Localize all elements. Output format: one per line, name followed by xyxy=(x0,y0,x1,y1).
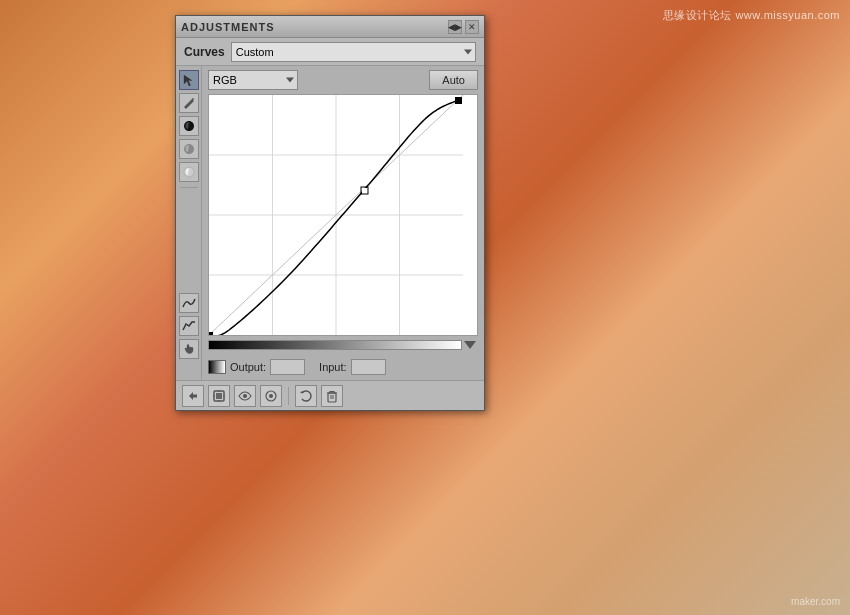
eyedropper-white[interactable] xyxy=(179,162,199,182)
gradient-triangle[interactable] xyxy=(464,341,476,349)
eye-button[interactable] xyxy=(234,385,256,407)
visibility-button[interactable] xyxy=(260,385,282,407)
svg-rect-0 xyxy=(209,361,225,373)
curves-header: Curves Custom Default Strong Contrast Li… xyxy=(176,38,484,66)
eyedropper-black[interactable] xyxy=(179,116,199,136)
output-input-row: Output: Input: xyxy=(202,354,484,380)
preset-select[interactable]: Custom Default Strong Contrast Linear Co… xyxy=(231,42,476,62)
back-button[interactable] xyxy=(182,385,204,407)
input-value-input[interactable] xyxy=(351,359,386,375)
curves-canvas-container[interactable] xyxy=(208,94,478,336)
channel-select-wrapper: RGB Red Green Blue xyxy=(208,70,298,90)
bottom-toolbar xyxy=(176,380,484,410)
watermark-bottom: maker.com xyxy=(791,596,840,607)
hand-drag-tool[interactable] xyxy=(179,339,199,359)
svg-rect-2 xyxy=(216,393,222,399)
preview-icon[interactable] xyxy=(208,360,226,374)
curve-mode-pencil[interactable] xyxy=(179,316,199,336)
panel-collapse-btn[interactable]: ◀▶ xyxy=(448,20,462,34)
panel-content: RGB Red Green Blue Auto xyxy=(176,66,484,380)
reset-button[interactable] xyxy=(295,385,317,407)
gradient-bar-input xyxy=(208,340,462,350)
auto-button[interactable]: Auto xyxy=(429,70,478,90)
svg-point-3 xyxy=(243,394,247,398)
toolbar-separator xyxy=(180,187,198,188)
panel-close-btn[interactable]: ✕ xyxy=(465,20,479,34)
curves-canvas[interactable] xyxy=(209,95,463,335)
adjustments-panel: ADJUSTMENTS ◀▶ ✕ Curves Custom Default S… xyxy=(175,15,485,411)
input-label: Input: xyxy=(319,361,347,373)
left-toolbar xyxy=(176,66,202,380)
output-label: Output: xyxy=(230,361,266,373)
svg-rect-6 xyxy=(328,393,336,402)
curves-area: RGB Red Green Blue Auto xyxy=(202,66,484,380)
gradient-bar-row xyxy=(208,338,478,352)
eyedropper-gray[interactable] xyxy=(179,139,199,159)
channel-select[interactable]: RGB Red Green Blue xyxy=(208,70,298,90)
toolbar-separator-1 xyxy=(288,387,289,405)
new-adjustment-button[interactable] xyxy=(208,385,230,407)
curve-mode-smooth[interactable] xyxy=(179,293,199,313)
panel-title: ADJUSTMENTS xyxy=(181,21,275,33)
preset-select-wrapper: Custom Default Strong Contrast Linear Co… xyxy=(231,42,476,62)
pencil-tool[interactable] xyxy=(179,93,199,113)
panel-titlebar: ADJUSTMENTS ◀▶ ✕ xyxy=(176,16,484,38)
watermark-top: 思缘设计论坛 www.missyuan.com xyxy=(663,8,840,23)
output-value-input[interactable] xyxy=(270,359,305,375)
channel-row: RGB Red Green Blue Auto xyxy=(202,66,484,94)
pointer-tool[interactable] xyxy=(179,70,199,90)
curves-label: Curves xyxy=(184,45,225,59)
delete-button[interactable] xyxy=(321,385,343,407)
panel-controls: ◀▶ ✕ xyxy=(448,20,479,34)
svg-point-5 xyxy=(269,394,273,398)
